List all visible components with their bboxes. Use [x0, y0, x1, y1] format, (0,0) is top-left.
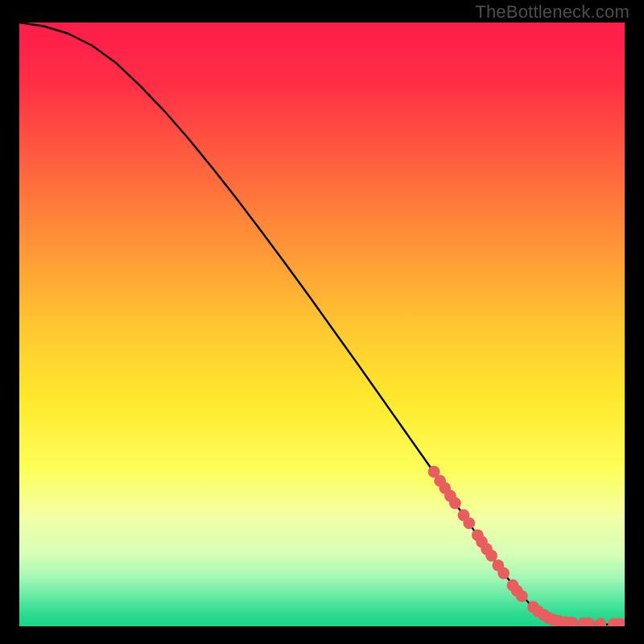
data-marker — [449, 497, 461, 510]
watermark-text: TheBottleneck.com — [475, 2, 630, 23]
data-marker — [516, 590, 528, 602]
data-marker — [485, 550, 497, 562]
data-marker — [463, 517, 475, 529]
data-marker — [497, 568, 510, 580]
chart-svg — [19, 23, 625, 626]
plot-area — [19, 23, 625, 626]
chart-frame: TheBottleneck.com — [0, 0, 644, 644]
gradient-bg — [19, 23, 625, 626]
